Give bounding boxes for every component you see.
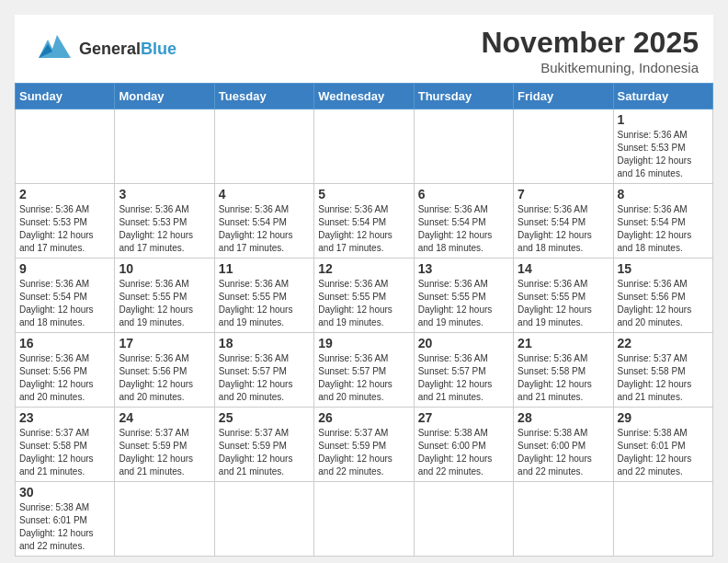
day-number: 17 [119,336,210,350]
day-info: Sunrise: 5:36 AMSunset: 5:53 PMDaylight:… [119,203,210,255]
calendar-week-2: 9Sunrise: 5:36 AMSunset: 5:54 PMDaylight… [16,259,713,333]
day-number: 30 [19,485,110,500]
title-block: November 2025 Bukitkemuning, Indonesia [481,26,699,75]
calendar-cell: 21Sunrise: 5:36 AMSunset: 5:58 PMDayligh… [514,333,613,408]
day-info: Sunrise: 5:36 AMSunset: 5:54 PMDaylight:… [219,203,310,255]
calendar-header-row: SundayMondayTuesdayWednesdayThursdayFrid… [16,84,713,109]
calendar-cell: 25Sunrise: 5:37 AMSunset: 5:59 PMDayligh… [214,408,313,482]
calendar-cell: 28Sunrise: 5:38 AMSunset: 6:00 PMDayligh… [514,408,613,482]
day-number: 19 [318,336,409,350]
weekday-header-thursday: Thursday [414,84,513,109]
day-number: 3 [119,187,210,201]
calendar-cell [214,482,313,557]
weekday-header-wednesday: Wednesday [314,84,414,109]
logo-icon [29,26,75,72]
calendar-cell [115,482,214,557]
weekday-header-monday: Monday [115,84,214,109]
day-number: 4 [219,187,310,201]
day-number: 13 [418,261,509,276]
day-info: Sunrise: 5:38 AMSunset: 6:01 PMDaylight:… [19,501,110,553]
day-info: Sunrise: 5:37 AMSunset: 5:59 PMDaylight:… [219,427,310,478]
day-info: Sunrise: 5:36 AMSunset: 5:55 PMDaylight:… [119,278,210,329]
calendar-cell: 23Sunrise: 5:37 AMSunset: 5:58 PMDayligh… [16,408,115,482]
day-number: 25 [219,410,310,425]
calendar-cell [514,482,613,557]
day-number: 2 [19,187,110,201]
day-number: 12 [318,261,409,276]
day-info: Sunrise: 5:38 AMSunset: 6:00 PMDaylight:… [518,427,609,478]
calendar-cell [115,109,214,184]
day-number: 27 [418,410,509,425]
calendar-cell: 24Sunrise: 5:37 AMSunset: 5:59 PMDayligh… [115,408,214,482]
day-number: 28 [518,410,609,425]
calendar-week-0: 1Sunrise: 5:36 AMSunset: 5:53 PMDaylight… [16,109,713,184]
day-number: 15 [618,261,709,276]
day-info: Sunrise: 5:36 AMSunset: 5:56 PMDaylight:… [618,278,709,329]
day-number: 8 [618,187,709,201]
day-number: 29 [618,410,709,425]
calendar-cell: 17Sunrise: 5:36 AMSunset: 5:56 PMDayligh… [115,333,214,408]
calendar-cell: 3Sunrise: 5:36 AMSunset: 5:53 PMDaylight… [115,184,214,259]
calendar-cell: 5Sunrise: 5:36 AMSunset: 5:54 PMDaylight… [314,184,414,259]
calendar-cell: 19Sunrise: 5:36 AMSunset: 5:57 PMDayligh… [314,333,414,408]
day-info: Sunrise: 5:36 AMSunset: 5:53 PMDaylight:… [19,203,110,255]
calendar-cell [314,109,414,184]
day-number: 23 [19,410,110,425]
calendar-week-4: 23Sunrise: 5:37 AMSunset: 5:58 PMDayligh… [16,408,713,482]
logo-general: General [79,40,141,58]
calendar-cell: 20Sunrise: 5:36 AMSunset: 5:57 PMDayligh… [414,333,513,408]
day-info: Sunrise: 5:37 AMSunset: 5:58 PMDaylight:… [618,352,709,404]
weekday-header-friday: Friday [514,84,613,109]
day-number: 5 [318,187,409,201]
day-info: Sunrise: 5:37 AMSunset: 5:59 PMDaylight:… [119,427,210,478]
calendar-header: GeneralBlue November 2025 Bukitkemuning,… [15,15,713,83]
day-info: Sunrise: 5:36 AMSunset: 5:54 PMDaylight:… [318,203,409,255]
calendar-cell: 27Sunrise: 5:38 AMSunset: 6:00 PMDayligh… [414,408,513,482]
calendar-cell: 2Sunrise: 5:36 AMSunset: 5:53 PMDaylight… [16,184,115,259]
calendar-cell [314,482,414,557]
calendar-cell: 16Sunrise: 5:36 AMSunset: 5:56 PMDayligh… [16,333,115,408]
day-number: 10 [119,261,210,276]
day-info: Sunrise: 5:36 AMSunset: 5:54 PMDaylight:… [618,203,709,255]
day-number: 20 [418,336,509,350]
day-info: Sunrise: 5:36 AMSunset: 5:55 PMDaylight:… [219,278,310,329]
calendar-cell: 18Sunrise: 5:36 AMSunset: 5:57 PMDayligh… [214,333,313,408]
calendar-cell: 29Sunrise: 5:38 AMSunset: 6:01 PMDayligh… [613,408,712,482]
calendar-cell: 10Sunrise: 5:36 AMSunset: 5:55 PMDayligh… [115,259,214,333]
day-number: 7 [518,187,609,201]
calendar-cell: 7Sunrise: 5:36 AMSunset: 5:54 PMDaylight… [514,184,613,259]
calendar-cell: 12Sunrise: 5:36 AMSunset: 5:55 PMDayligh… [314,259,414,333]
day-info: Sunrise: 5:36 AMSunset: 5:55 PMDaylight:… [518,278,609,329]
calendar-cell: 8Sunrise: 5:36 AMSunset: 5:54 PMDaylight… [613,184,712,259]
location: Bukitkemuning, Indonesia [481,60,699,75]
calendar-cell: 22Sunrise: 5:37 AMSunset: 5:58 PMDayligh… [613,333,712,408]
day-number: 14 [518,261,609,276]
day-number: 22 [618,336,709,350]
calendar-cell: 14Sunrise: 5:36 AMSunset: 5:55 PMDayligh… [514,259,613,333]
calendar-cell: 15Sunrise: 5:36 AMSunset: 5:56 PMDayligh… [613,259,712,333]
day-number: 9 [19,261,110,276]
logo-text: GeneralBlue [79,40,176,59]
day-number: 21 [518,336,609,350]
calendar-cell [214,109,313,184]
day-info: Sunrise: 5:36 AMSunset: 5:55 PMDaylight:… [318,278,409,329]
day-number: 6 [418,187,509,201]
day-info: Sunrise: 5:36 AMSunset: 5:54 PMDaylight:… [518,203,609,255]
day-info: Sunrise: 5:37 AMSunset: 5:59 PMDaylight:… [318,427,409,478]
calendar-cell [16,109,115,184]
calendar-cell [414,482,513,557]
month-title: November 2025 [481,26,699,60]
calendar-cell: 13Sunrise: 5:36 AMSunset: 5:55 PMDayligh… [414,259,513,333]
calendar-week-5: 30Sunrise: 5:38 AMSunset: 6:01 PMDayligh… [16,482,713,557]
day-info: Sunrise: 5:36 AMSunset: 5:56 PMDaylight:… [119,352,210,404]
day-number: 24 [119,410,210,425]
calendar-cell: 30Sunrise: 5:38 AMSunset: 6:01 PMDayligh… [16,482,115,557]
day-info: Sunrise: 5:36 AMSunset: 5:54 PMDaylight:… [418,203,509,255]
calendar-week-3: 16Sunrise: 5:36 AMSunset: 5:56 PMDayligh… [16,333,713,408]
calendar-cell: 6Sunrise: 5:36 AMSunset: 5:54 PMDaylight… [414,184,513,259]
day-info: Sunrise: 5:36 AMSunset: 5:58 PMDaylight:… [518,352,609,404]
calendar-cell: 4Sunrise: 5:36 AMSunset: 5:54 PMDaylight… [214,184,313,259]
weekday-header-sunday: Sunday [16,84,115,109]
day-info: Sunrise: 5:36 AMSunset: 5:57 PMDaylight:… [318,352,409,404]
calendar-cell [514,109,613,184]
